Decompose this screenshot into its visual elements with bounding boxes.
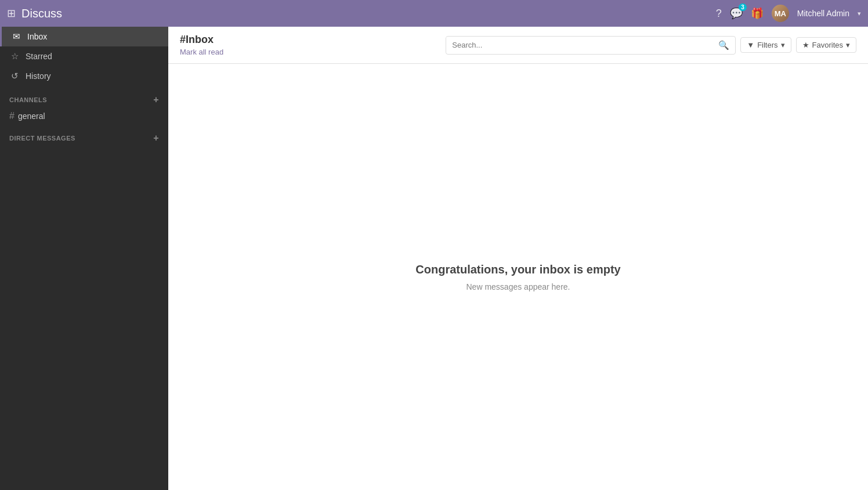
search-box: 🔍	[446, 36, 736, 55]
favorites-label: Favorites	[812, 41, 843, 49]
channel-hash-icon: #	[9, 111, 15, 121]
sidebar: ✉ Inbox ☆ Starred ↺ History CHANNELS + #…	[0, 27, 168, 490]
chat-icon[interactable]: 💬 3	[730, 7, 743, 20]
chat-badge: 3	[739, 3, 747, 11]
filters-button[interactable]: ▼ Filters ▾	[740, 37, 791, 53]
help-icon[interactable]: ?	[716, 8, 722, 20]
channels-label: CHANNELS	[9, 96, 47, 103]
empty-title: Congratulations, your inbox is empty	[415, 263, 620, 276]
sidebar-item-history-label: History	[26, 71, 51, 81]
channel-general-label: general	[18, 111, 45, 121]
inbox-empty: Congratulations, your inbox is empty New…	[168, 64, 868, 490]
app-title: Discuss	[21, 7, 716, 20]
avatar[interactable]: MA	[772, 5, 789, 22]
avatar-image: MA	[772, 5, 789, 22]
inbox-icon: ✉	[11, 31, 21, 42]
filters-label: Filters	[757, 41, 777, 49]
topnav-actions: ? 💬 3 🎁 MA Mitchell Admin ▾	[716, 5, 861, 22]
user-dropdown-arrow[interactable]: ▾	[858, 10, 861, 17]
main-header: #Inbox Mark all read 🔍 ▼ Filters ▾ ★ Fav…	[168, 27, 868, 64]
grid-icon[interactable]: ⊞	[7, 7, 16, 20]
username[interactable]: Mitchell Admin	[797, 9, 849, 18]
channels-section-header: CHANNELS +	[0, 86, 168, 108]
empty-subtitle: New messages appear here.	[466, 282, 570, 291]
main-header-left: #Inbox Mark all read	[180, 34, 223, 56]
sidebar-item-general[interactable]: # general	[0, 108, 168, 124]
search-button[interactable]: 🔍	[713, 37, 735, 54]
sidebar-item-inbox[interactable]: ✉ Inbox	[0, 27, 168, 46]
sidebar-item-inbox-label: Inbox	[27, 32, 47, 41]
page-title: #Inbox	[180, 34, 223, 46]
main-content: #Inbox Mark all read 🔍 ▼ Filters ▾ ★ Fav…	[168, 27, 868, 490]
add-channel-button[interactable]: +	[153, 95, 159, 105]
star-icon: ☆	[9, 51, 20, 62]
favorites-button[interactable]: ★ Favorites ▾	[796, 37, 856, 53]
history-icon: ↺	[9, 71, 20, 81]
sidebar-item-starred[interactable]: ☆ Starred	[0, 46, 168, 66]
direct-messages-label: DIRECT MESSAGES	[9, 135, 75, 142]
sidebar-item-history[interactable]: ↺ History	[0, 66, 168, 86]
mark-all-read-button[interactable]: Mark all read	[180, 48, 223, 56]
filter-icon: ▼	[747, 41, 754, 49]
sidebar-item-starred-label: Starred	[26, 52, 52, 61]
favorites-dropdown-icon: ▾	[846, 41, 850, 49]
gift-icon[interactable]: 🎁	[751, 7, 764, 20]
add-dm-button[interactable]: +	[153, 134, 159, 143]
filters-dropdown-icon: ▾	[781, 41, 785, 49]
search-input[interactable]	[446, 37, 713, 53]
topnav: ⊞ Discuss ? 💬 3 🎁 MA Mitchell Admin ▾	[0, 0, 868, 27]
direct-messages-section-header: DIRECT MESSAGES +	[0, 124, 168, 146]
star-filled-icon: ★	[802, 41, 809, 49]
content-area: ✉ Inbox ☆ Starred ↺ History CHANNELS + #…	[0, 27, 868, 490]
main-header-right: 🔍 ▼ Filters ▾ ★ Favorites ▾	[446, 36, 856, 55]
